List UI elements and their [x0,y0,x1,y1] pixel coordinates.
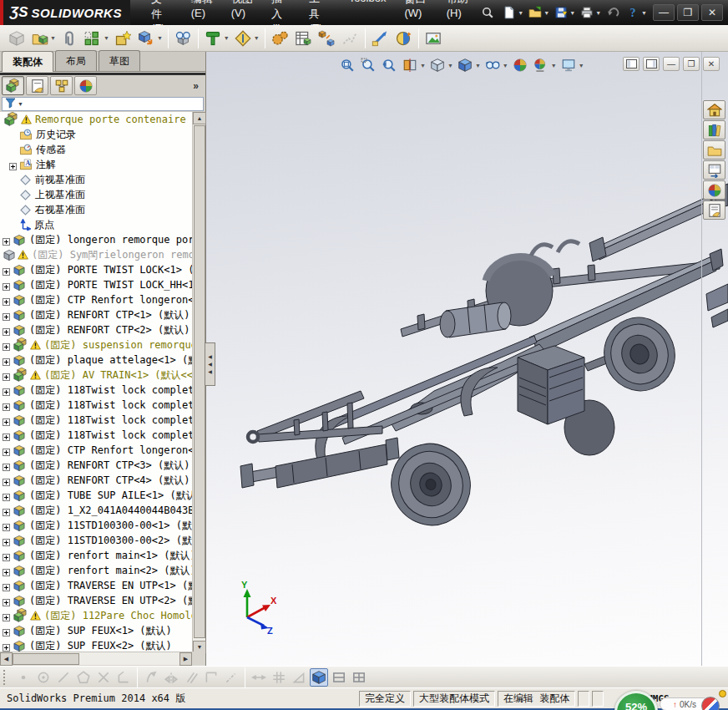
exploded-view-button[interactable] [316,27,338,49]
view-settings-button[interactable] [559,56,578,74]
expand-icon[interactable] [3,522,10,530]
tree-item-component[interactable]: (固定) 11STD100300-00<1> (默认) [0,518,192,533]
expand-icon[interactable] [3,612,10,620]
panel-splitter-handle[interactable]: ◀◀◀ [205,342,215,386]
tree-item-component[interactable]: (固定) renfort main<2> (默认) [0,563,192,578]
reference-geometry-button[interactable] [232,27,255,49]
expand-icon[interactable] [3,537,10,545]
insert-components-dropdown-icon[interactable]: ▼ [50,35,56,41]
solidworks-resources-tab[interactable] [703,100,725,119]
display-style-button[interactable] [456,56,474,74]
horizontal-scroll-thumb[interactable] [13,653,79,665]
scroll-left-button[interactable]: ◀ [0,652,13,666]
help-button[interactable]: ? [623,3,643,22]
expand-icon[interactable] [3,642,10,650]
new-motion-study-button[interactable] [269,27,291,49]
tree-item-component[interactable]: (固定) TRAVERSE EN UTP<2> (默认 [0,593,192,608]
view-orientation-dropdown-icon[interactable]: ▼ [447,63,453,68]
tree-item-component[interactable]: (固定) 118Twist lock complet<1> [0,383,192,398]
expand-icon[interactable] [9,161,17,169]
tree-item-component[interactable]: (固定) renfort main<1> (默认) [0,548,192,563]
graphics-area[interactable]: ▼▼▼▼▼▼ —❐✕ ◀◀◀ Y X Z [206,52,728,666]
undo-button[interactable] [603,3,623,22]
print-button[interactable] [577,3,597,22]
tree-item-component[interactable]: (固定) RENFORT CTP<4> (默认) [0,473,192,488]
tab-布局[interactable]: 布局 [55,50,97,71]
tree-item-component[interactable]: (固定) PORTE TWIST LOCK<1> (默认 [0,262,192,277]
overlay-key-icon[interactable] [719,690,726,697]
zoom-to-area-button[interactable] [359,56,377,74]
propertymanager-tab[interactable] [26,76,48,95]
print-dropdown-icon[interactable]: ▼ [595,10,601,16]
expand-icon[interactable] [3,462,10,469]
tree-item-component[interactable]: (固定) 112Pare Choc Homologu [0,608,192,623]
tree-item-component[interactable]: (固定) TUBE SUP AILE<1> (默认) [0,488,192,503]
tree-item-sensors[interactable]: 传感器 [0,142,192,157]
linear-component-pattern-button[interactable] [82,27,104,49]
tree-item-plane[interactable]: 上视基准面 [0,187,192,202]
view-settings-dropdown-icon[interactable]: ▼ [579,63,584,68]
expand-icon[interactable] [3,357,10,364]
toolbar-grip[interactable] [3,670,8,685]
tree-item-root[interactable]: Remorque porte contenaire (默认 [0,112,192,127]
tree-item-component[interactable]: (固定) plaque attelage<1> (默认 [0,352,192,368]
apply-scene-button[interactable] [532,56,550,74]
expand-icon[interactable] [3,236,10,244]
smart-fasteners-button[interactable] [112,27,134,49]
tree-vertical-scrollbar[interactable]: ▲ ▼ [192,112,205,653]
tree-item-annotations[interactable]: A注解 [0,157,192,172]
expand-icon[interactable] [3,507,10,515]
expand-icon[interactable] [3,297,10,304]
open-dropdown-icon[interactable]: ▼ [543,10,549,16]
open-button[interactable] [525,3,545,22]
view-palette-tab[interactable] [703,160,725,180]
tree-item-component[interactable]: (固定) CTP Renfort longeron<2> [0,443,192,458]
tree-item-component[interactable]: (固定) RENFORT CTP<2> (默认) [0,322,192,337]
tree-item-component[interactable]: (固定) 118Twist lock complet<4> [0,428,192,443]
expand-icon[interactable] [3,432,10,439]
pane-toggle-left-button[interactable] [623,57,640,71]
doc-close-button[interactable]: ✕ [703,57,720,71]
featuremanager-tab[interactable] [2,76,24,95]
displaymanager-tab[interactable] [74,76,97,95]
reference-geometry-dropdown-icon[interactable]: ▼ [254,35,260,41]
tree-item-plane[interactable]: 前视基准面 [0,172,192,187]
tree-item-component[interactable]: (固定) TRAVERSE EN UTP<1> (默认 [0,578,192,593]
minimize-button[interactable]: — [653,4,675,21]
display-style-dropdown-icon[interactable]: ▼ [475,63,481,68]
scroll-right-button[interactable]: ▶ [179,652,192,666]
expand-icon[interactable] [3,627,10,635]
viewport-four-button[interactable] [350,668,368,687]
tree-item-component[interactable]: (固定) CTP Renfort longeron<1> [0,292,192,307]
show-hidden-components-button[interactable] [172,27,195,49]
custom-properties-tab[interactable] [703,200,725,220]
expand-icon[interactable] [3,327,10,334]
vertical-scroll-thumb[interactable] [194,125,205,638]
expand-icon[interactable] [3,402,10,409]
tree-item-component[interactable]: (固定) 11STD100300-00<2> (默认) [0,533,192,548]
filter-icon[interactable] [5,97,16,112]
view-orientation-button[interactable] [428,56,447,74]
save-dropdown-icon[interactable]: ▼ [569,10,575,16]
tree-item-history[interactable]: 历史记录 [0,127,192,142]
file-explorer-tab[interactable] [703,140,725,160]
tree-filter-input[interactable]: ▼ [2,97,204,111]
help-dropdown-icon[interactable]: ▼ [641,10,647,16]
viewport-single-button[interactable] [330,668,348,687]
tree-item-component[interactable]: (固定) longeron remorque porte [0,232,192,247]
update-speedpak-button[interactable] [392,27,415,49]
new-document-dropdown-icon[interactable]: ▼ [518,10,523,16]
tree-horizontal-scrollbar[interactable]: ◀ ▶ [0,652,192,665]
section-view-button[interactable] [401,56,419,74]
tree-item-plane[interactable]: 右视基准面 [0,202,192,217]
tree-item-component[interactable]: (固定) 1_X2_041A0440044B043B043 [0,503,192,518]
apply-scene-dropdown-icon[interactable]: ▼ [551,63,557,68]
tree-item-component[interactable]: (固定) SUP FEUX<1> (默认) [0,623,192,638]
pane-toggle-right-button[interactable] [643,57,660,71]
section-view-dropdown-icon[interactable]: ▼ [420,63,426,68]
previous-view-button[interactable] [380,56,398,74]
linear-component-pattern-dropdown-icon[interactable]: ▼ [104,35,109,41]
tree-item-origin[interactable]: 原点 [0,217,192,232]
mate-button[interactable] [58,27,81,49]
tree-item-component[interactable]: (固定) RENFORT CTP<3> (默认) [0,458,192,473]
